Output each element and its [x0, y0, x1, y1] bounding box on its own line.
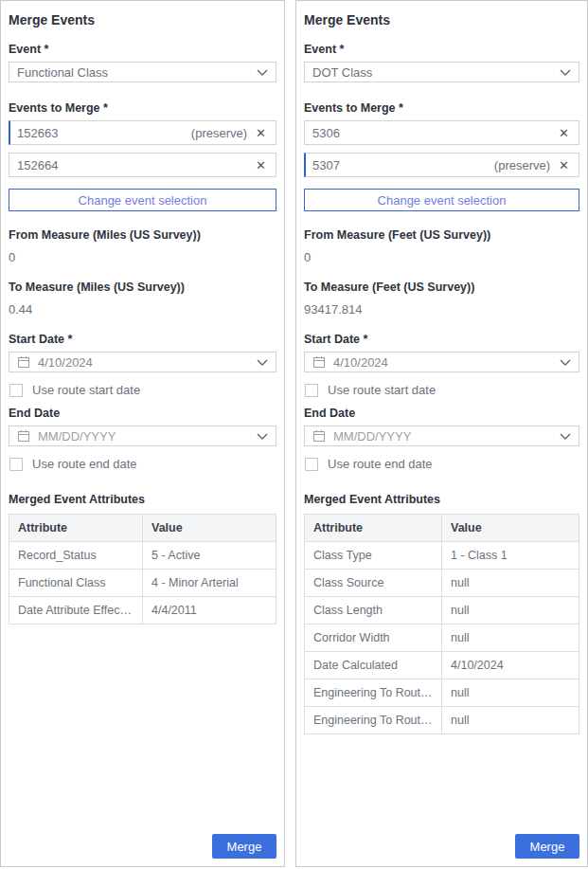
start-date-input[interactable]: 4/10/2024: [9, 352, 276, 372]
attribute-cell: Functional Class: [9, 570, 143, 597]
merge-button[interactable]: Merge: [212, 834, 276, 859]
calendar-icon: [17, 429, 30, 443]
table-row: Functional Class 4 - Minor Arterial: [9, 570, 276, 597]
merge-button[interactable]: Merge: [515, 834, 579, 859]
end-date-input[interactable]: MM/DD/YYYY: [304, 425, 579, 446]
chevron-down-icon[interactable]: [257, 433, 268, 440]
table-row: Date Attribute Effective 4/4/2011: [9, 597, 276, 625]
merge-events-panel-left: Merge Events Event * Functional Class Ev…: [0, 0, 285, 867]
table-row: Class Length null: [305, 597, 579, 625]
chevron-down-icon[interactable]: [257, 359, 268, 366]
use-route-start-date-row: Use route start date: [9, 383, 276, 397]
event-select-value: Functional Class: [17, 65, 108, 80]
attribute-cell: Date Attribute Effective: [9, 597, 143, 625]
use-route-start-date-label: Use route start date: [328, 383, 436, 397]
close-icon[interactable]: ✕: [254, 158, 268, 172]
value-cell: 4/10/2024: [442, 652, 579, 679]
value-cell: 5 - Active: [143, 542, 276, 570]
close-icon[interactable]: ✕: [557, 126, 571, 140]
event-to-merge-item: 5307 (preserve) ✕: [304, 153, 579, 177]
value-cell: null: [442, 570, 579, 597]
event-to-merge-item: 152664 ✕: [9, 153, 276, 177]
column-header-attribute: Attribute: [9, 515, 143, 542]
close-icon[interactable]: ✕: [557, 158, 571, 172]
to-measure-label: To Measure (Feet (US Survey)): [304, 281, 579, 294]
use-route-end-date-checkbox[interactable]: [9, 458, 23, 471]
attribute-cell: Engineering To RouteID: [305, 679, 442, 707]
start-date-value: 4/10/2024: [333, 355, 560, 370]
attribute-cell: Class Type: [305, 542, 442, 570]
preserve-tag: (preserve): [191, 126, 247, 140]
table-row: Record_Status 5 - Active: [9, 542, 276, 570]
attribute-cell: Record_Status: [9, 542, 143, 570]
event-select[interactable]: Functional Class: [9, 62, 276, 82]
calendar-icon: [312, 429, 326, 443]
use-route-start-date-checkbox[interactable]: [9, 384, 23, 397]
end-date-label: End Date: [304, 407, 579, 420]
value-cell: 4/4/2011: [143, 597, 276, 625]
from-measure-value: 0: [304, 250, 579, 264]
column-header-value: Value: [143, 515, 276, 542]
merged-event-attributes-title: Merged Event Attributes: [304, 493, 579, 506]
use-route-end-date-checkbox[interactable]: [305, 458, 318, 471]
event-id: 5306: [312, 126, 550, 140]
panel-title: Merge Events: [304, 12, 579, 27]
table-row: Engineering To RouteID null: [305, 679, 579, 707]
to-measure-label: To Measure (Miles (US Survey)): [9, 281, 276, 294]
column-header-attribute: Attribute: [305, 515, 442, 542]
use-route-start-date-label: Use route start date: [32, 383, 140, 397]
events-to-merge-label: Events to Merge *: [9, 101, 276, 115]
use-route-end-date-label: Use route end date: [328, 457, 433, 471]
event-label: Event *: [304, 43, 579, 56]
start-date-label: Start Date *: [304, 333, 579, 346]
change-event-selection-button[interactable]: Change event selection: [304, 189, 579, 211]
attribute-cell: Date Calculated: [305, 652, 442, 679]
chevron-down-icon[interactable]: [560, 359, 571, 366]
start-date-label: Start Date *: [9, 333, 276, 346]
attribute-cell: Class Length: [305, 597, 442, 625]
merged-attributes-table: Attribute Value Class Type 1 - Class 1 C…: [304, 514, 579, 734]
chevron-down-icon[interactable]: [560, 433, 571, 440]
from-measure-value: 0: [9, 250, 276, 264]
end-date-placeholder: MM/DD/YYYY: [38, 429, 257, 444]
chevron-down-icon[interactable]: [257, 69, 268, 76]
value-cell: 1 - Class 1: [442, 542, 579, 570]
end-date-label: End Date: [9, 407, 276, 420]
change-event-selection-button[interactable]: Change event selection: [9, 189, 276, 211]
from-measure-label: From Measure (Miles (US Survey)): [9, 228, 276, 242]
calendar-icon: [312, 355, 326, 369]
value-cell: null: [442, 625, 579, 652]
table-row: Class Type 1 - Class 1: [305, 542, 579, 570]
event-id: 152663: [17, 126, 191, 140]
table-row: Corridor Width null: [305, 625, 579, 652]
value-cell: null: [442, 597, 579, 625]
start-date-input[interactable]: 4/10/2024: [304, 352, 579, 372]
use-route-end-date-row: Use route end date: [9, 457, 276, 471]
close-icon[interactable]: ✕: [254, 126, 268, 140]
attribute-cell: Engineering To Route ...: [305, 707, 442, 734]
column-header-value: Value: [442, 515, 579, 542]
preserve-tag: (preserve): [494, 158, 550, 172]
use-route-start-date-row: Use route start date: [305, 383, 579, 397]
merge-events-panel-right: Merge Events Event * DOT Class Events to…: [295, 0, 588, 867]
value-cell: null: [442, 707, 579, 734]
use-route-start-date-checkbox[interactable]: [305, 384, 318, 397]
event-label: Event *: [9, 43, 276, 56]
start-date-value: 4/10/2024: [38, 355, 257, 370]
merge-events-workspace: Merge Events Event * Functional Class Ev…: [0, 0, 588, 867]
table-row: Engineering To Route ... null: [305, 707, 579, 734]
event-select[interactable]: DOT Class: [304, 62, 579, 82]
use-route-end-date-label: Use route end date: [32, 457, 137, 471]
event-to-merge-item: 5306 ✕: [304, 120, 579, 145]
calendar-icon: [17, 355, 30, 369]
chevron-down-icon[interactable]: [560, 69, 571, 76]
merged-event-attributes-title: Merged Event Attributes: [9, 493, 276, 506]
end-date-input[interactable]: MM/DD/YYYY: [9, 425, 276, 446]
value-cell: null: [442, 679, 579, 707]
attribute-cell: Corridor Width: [305, 625, 442, 652]
events-to-merge-label: Events to Merge *: [304, 101, 579, 115]
to-measure-value: 93417.814: [304, 302, 579, 317]
event-select-value: DOT Class: [312, 65, 372, 80]
end-date-placeholder: MM/DD/YYYY: [333, 429, 560, 444]
event-to-merge-item: 152663 (preserve) ✕: [9, 120, 276, 145]
